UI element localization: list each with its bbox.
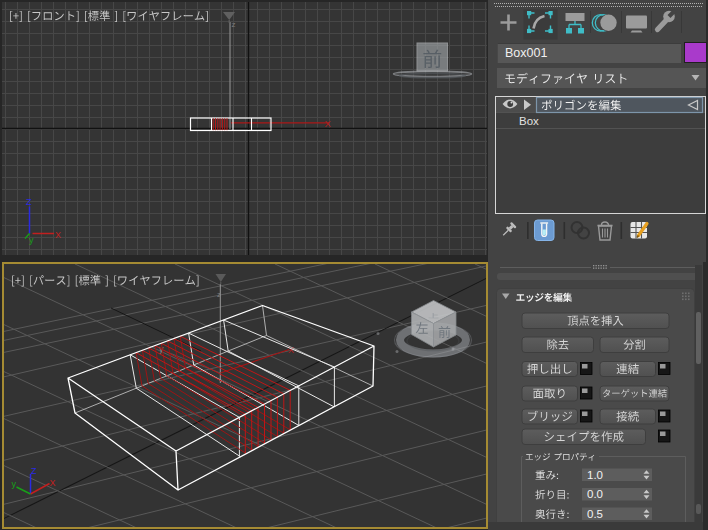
svg-text:z: z — [217, 290, 221, 299]
svg-text:0.0: 0.0 — [587, 488, 603, 500]
svg-text:Box: Box — [519, 115, 539, 127]
svg-text:1.0: 1.0 — [587, 469, 603, 481]
svg-text:y: y — [29, 235, 34, 245]
svg-text:Z: Z — [26, 197, 32, 207]
svg-text:y: y — [12, 479, 17, 489]
svg-text:z: z — [232, 20, 236, 29]
svg-text:X: X — [55, 230, 61, 240]
svg-text:Z: Z — [31, 466, 37, 476]
svg-text:X: X — [325, 118, 332, 129]
svg-text:0.5: 0.5 — [587, 508, 603, 520]
svg-text:X: X — [50, 478, 56, 488]
